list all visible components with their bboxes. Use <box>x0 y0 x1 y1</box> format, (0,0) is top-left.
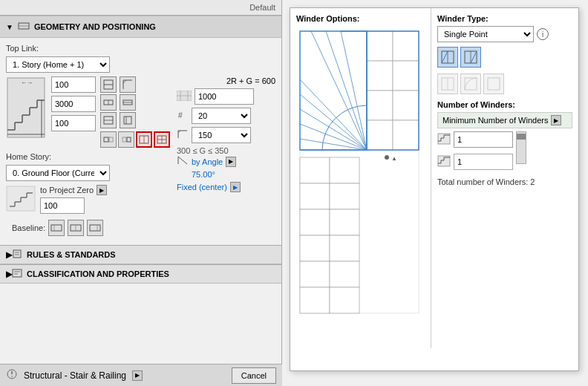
svg-point-63 <box>11 376 13 377</box>
winder-type-select-row: Single Point i <box>437 26 572 42</box>
winder-icon-2[interactable] <box>460 47 481 68</box>
angle-row: by Angle ▶ <box>177 155 275 168</box>
stair-preview: Winder Options: <box>290 8 431 348</box>
by-angle-label[interactable]: by Angle <box>192 157 223 166</box>
third-val-row: 150 <box>177 127 275 143</box>
svg-rect-26 <box>104 137 108 142</box>
winder-count-input-1[interactable] <box>454 131 513 148</box>
tread-select[interactable]: 150 <box>192 127 251 143</box>
winder-input-row-1 <box>437 131 513 148</box>
top-link-select[interactable]: 1. Story (Home + 1) <box>6 56 110 73</box>
project-zero-inputs: to Project Zero ▶ <box>40 185 107 214</box>
icon-btn-8[interactable] <box>118 131 134 148</box>
default-label: Default <box>249 3 275 12</box>
stair-inputs <box>51 76 96 131</box>
library-expand[interactable]: ▶ <box>132 370 143 381</box>
bottom-bar: Structural - Stair & Railing ▶ Cancel <box>0 364 282 386</box>
fixed-center-expand[interactable]: ▶ <box>230 182 241 192</box>
winder-icon-1[interactable] <box>437 47 458 68</box>
num-winders-label: Number of Winders: <box>437 100 572 109</box>
baseline-icon-1[interactable] <box>48 220 65 236</box>
min-winders-text: Minimum Number of Winders <box>442 116 548 125</box>
winder-panel: Winder Options: <box>290 7 579 371</box>
icon-btn-4[interactable] <box>120 94 136 111</box>
home-story-select[interactable]: 0. Ground Floor (Current) <box>6 165 110 181</box>
winder-icons-row-1 <box>437 47 572 68</box>
winder-icon-3[interactable] <box>437 73 458 94</box>
class-header[interactable]: ▶ CLASSIFICATION AND PROPERTIES <box>0 265 281 284</box>
svg-rect-93 <box>330 261 359 287</box>
total-winders: Total number of Winders: 2 <box>437 177 572 186</box>
project-zero-row: to Project Zero ▶ <box>6 185 169 214</box>
svg-rect-24 <box>124 117 131 124</box>
riser-icon <box>177 91 192 103</box>
library-label: Structural - Stair & Railing <box>24 370 126 381</box>
class-icon <box>12 268 22 280</box>
winder-options-panel: Winder Type: Single Point i <box>431 8 578 348</box>
class-title: CLASSIFICATION AND PROPERTIES <box>27 269 169 278</box>
baseline-icon-3[interactable] <box>87 220 103 236</box>
top-offset-input[interactable] <box>51 76 96 93</box>
icon-btn-10-active[interactable] <box>154 131 170 148</box>
svg-rect-29 <box>127 137 131 142</box>
fixed-center-label[interactable]: Fixed (center) <box>177 183 227 192</box>
winder-stair-icon-1 <box>437 133 451 146</box>
rules-icon <box>12 249 22 261</box>
winder-icon-4[interactable] <box>460 73 481 94</box>
svg-rect-72 <box>393 120 419 150</box>
rules-header[interactable]: ▶ RULES & STANDARDS <box>0 246 281 264</box>
icon-btn-1[interactable] <box>100 76 117 93</box>
stair-icon-row: ←→ <box>6 76 169 148</box>
top-link-row: Top Link: <box>6 44 275 53</box>
fixed-center-row: Fixed (center) ▶ <box>177 182 275 192</box>
svg-rect-86 <box>300 235 330 261</box>
svg-rect-65 <box>367 31 393 61</box>
cancel-button[interactable]: Cancel <box>232 367 276 384</box>
icon-btn-6[interactable] <box>120 112 136 128</box>
icon-btn-9-active[interactable] <box>136 131 152 148</box>
height-input[interactable] <box>51 96 96 112</box>
constraint-text: 300 ≤ G ≤ 350 <box>177 146 229 155</box>
class-arrow: ▶ <box>6 269 12 279</box>
svg-rect-55 <box>13 250 21 258</box>
stair-diagram: ←→ <box>6 76 47 142</box>
rules-section: ▶ RULES & STANDARDS <box>0 245 281 264</box>
svg-rect-28 <box>122 137 126 142</box>
project-zero-input[interactable] <box>40 197 85 214</box>
svg-rect-67 <box>367 61 393 91</box>
winder-type-select[interactable]: Single Point <box>437 26 534 42</box>
home-story-label-row: Home Story: <box>6 152 169 161</box>
expand-btn[interactable]: ▶ <box>97 185 107 195</box>
count-select[interactable]: 20 <box>192 108 251 124</box>
top-link-select-row: 1. Story (Home + 1) <box>6 56 275 73</box>
bottom-offset-input[interactable] <box>51 115 96 131</box>
geometry-content: Top Link: 1. Story (Home + 1) <box>0 38 281 245</box>
svg-text:←→: ←→ <box>21 79 33 86</box>
winder-scrollbar[interactable] <box>516 131 526 164</box>
min-winders-expand[interactable]: ▶ <box>551 115 561 125</box>
svg-rect-87 <box>300 261 330 287</box>
winder-icon-5[interactable] <box>483 73 504 94</box>
to-project-zero-row: to Project Zero ▶ <box>40 185 107 195</box>
by-angle-expand[interactable]: ▶ <box>226 157 236 167</box>
svg-rect-70 <box>393 91 419 120</box>
icon-btn-3[interactable] <box>100 94 117 111</box>
library-icon <box>6 368 18 382</box>
to-project-zero-label: to Project Zero <box>40 186 94 194</box>
winder-count-input-2[interactable] <box>454 154 513 170</box>
icon-btn-2[interactable] <box>120 76 136 93</box>
info-icon[interactable]: i <box>537 28 549 40</box>
riser-row <box>177 88 275 105</box>
winder-options-label: Winder Options: <box>296 14 425 23</box>
icon-btn-5[interactable] <box>100 112 117 128</box>
angle-value: 75.00° <box>192 170 215 179</box>
geometry-section-header[interactable]: ▼ GEOMETRY AND POSITIONING <box>0 16 281 38</box>
rules-title: RULES & STANDARDS <box>27 250 116 259</box>
geometry-title: GEOMETRY AND POSITIONING <box>34 22 156 31</box>
winder-input-fields <box>437 131 513 173</box>
icon-btn-7[interactable] <box>100 131 117 148</box>
baseline-icon-2[interactable] <box>68 220 84 236</box>
geometry-icon <box>18 20 30 33</box>
scrollbar-thumb <box>517 134 526 140</box>
riser-input[interactable] <box>195 88 254 105</box>
